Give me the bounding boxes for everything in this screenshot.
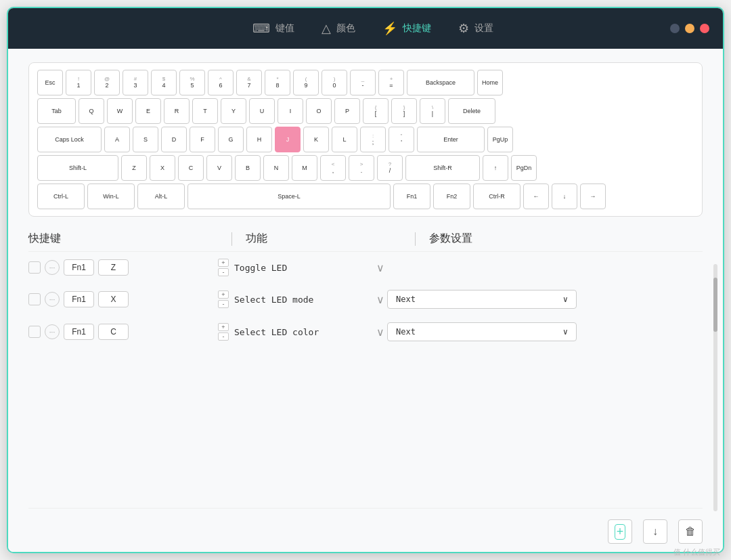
nav-item-shezhi[interactable]: ⚙ 设置 bbox=[458, 21, 493, 36]
key-shift-r[interactable]: Shift-R bbox=[405, 155, 480, 181]
key-ctrl-r[interactable]: Ctrl-R bbox=[473, 184, 520, 209]
key-w[interactable]: W bbox=[107, 98, 133, 124]
key-i[interactable]: I bbox=[278, 98, 303, 124]
key-z[interactable]: Z bbox=[121, 155, 147, 181]
key-b[interactable]: B bbox=[235, 155, 261, 181]
key-a[interactable]: A bbox=[104, 127, 130, 152]
shortcut-key-c[interactable]: C bbox=[98, 324, 129, 340]
key-capslock[interactable]: Caps Lock bbox=[37, 127, 102, 152]
nav-item-yanse[interactable]: △ 颜色 bbox=[322, 21, 355, 36]
key-up[interactable]: ↑ bbox=[483, 155, 508, 181]
key-l[interactable]: L bbox=[332, 127, 357, 152]
key-slash[interactable]: ?/ bbox=[377, 155, 403, 181]
shortcut-fn1-1[interactable]: Fn1 bbox=[64, 259, 94, 276]
key-n[interactable]: N bbox=[263, 155, 289, 181]
key-m[interactable]: M bbox=[292, 155, 317, 181]
key-shift-l[interactable]: Shift-L bbox=[37, 155, 118, 181]
shortcut-more-2[interactable]: ··· bbox=[45, 292, 60, 307]
nav-item-kuaijiejian[interactable]: ⚡ 快捷键 bbox=[382, 21, 431, 36]
key-minus[interactable]: _- bbox=[350, 70, 376, 95]
func-sub-3[interactable]: - bbox=[218, 332, 229, 341]
key-comma[interactable]: <, bbox=[320, 155, 346, 181]
key-6[interactable]: ^6 bbox=[208, 70, 234, 95]
shortcut-more-3[interactable]: ··· bbox=[45, 324, 60, 339]
key-t[interactable]: T bbox=[192, 98, 218, 124]
minimize-button[interactable] bbox=[685, 24, 694, 33]
key-s[interactable]: S bbox=[133, 127, 158, 152]
delete-button[interactable]: 🗑 bbox=[678, 519, 703, 544]
function-expand-3[interactable]: ∨ bbox=[374, 325, 387, 339]
key-backslash[interactable]: \| bbox=[420, 98, 445, 124]
key-4[interactable]: $4 bbox=[151, 70, 177, 95]
key-q[interactable]: Q bbox=[79, 98, 104, 124]
key-r[interactable]: R bbox=[164, 98, 190, 124]
shortcut-key-x[interactable]: X bbox=[98, 291, 129, 307]
nav-item-jiezhi[interactable]: ⌨ 键值 bbox=[252, 21, 294, 36]
func-add-3[interactable]: + bbox=[218, 323, 229, 331]
key-home[interactable]: Home bbox=[477, 70, 503, 95]
shortcut-fn1-3[interactable]: Fn1 bbox=[64, 324, 94, 340]
key-d[interactable]: D bbox=[161, 127, 187, 152]
func-add-2[interactable]: + bbox=[218, 290, 229, 299]
key-esc[interactable]: Esc bbox=[37, 70, 63, 95]
key-c[interactable]: C bbox=[178, 155, 204, 181]
key-e[interactable]: E bbox=[135, 98, 161, 124]
key-left[interactable]: ← bbox=[523, 184, 549, 209]
key-delete[interactable]: Delete bbox=[448, 98, 495, 124]
add-shortcut-button[interactable]: + bbox=[608, 519, 632, 544]
key-x[interactable]: X bbox=[150, 155, 175, 181]
key-space[interactable]: Space-L bbox=[187, 184, 391, 209]
key-lbracket[interactable]: {[ bbox=[363, 98, 389, 124]
key-tab[interactable]: Tab bbox=[37, 98, 76, 124]
scrollbar-thumb[interactable] bbox=[713, 278, 717, 332]
key-period[interactable]: >. bbox=[349, 155, 374, 181]
key-7[interactable]: &7 bbox=[236, 70, 262, 95]
key-1[interactable]: !1 bbox=[66, 70, 91, 95]
key-quote[interactable]: "' bbox=[389, 127, 414, 152]
key-alt-l[interactable]: Alt-L bbox=[137, 184, 185, 209]
key-pgup[interactable]: PgUp bbox=[487, 127, 513, 152]
key-2[interactable]: @2 bbox=[94, 70, 120, 95]
key-v[interactable]: V bbox=[206, 155, 232, 181]
key-k[interactable]: K bbox=[303, 127, 329, 152]
shortcut-fn1-2[interactable]: Fn1 bbox=[64, 291, 94, 307]
func-sub-1[interactable]: - bbox=[218, 268, 229, 276]
key-y[interactable]: Y bbox=[221, 98, 246, 124]
key-f[interactable]: F bbox=[190, 127, 215, 152]
key-enter[interactable]: Enter bbox=[417, 127, 485, 152]
key-g[interactable]: G bbox=[218, 127, 244, 152]
shortcut-key-z[interactable]: Z bbox=[98, 259, 129, 276]
download-button[interactable]: ↓ bbox=[643, 519, 667, 544]
key-9[interactable]: (9 bbox=[293, 70, 319, 95]
key-5[interactable]: %5 bbox=[179, 70, 205, 95]
shortcut-more-1[interactable]: ··· bbox=[45, 260, 60, 275]
function-expand-1[interactable]: ∨ bbox=[374, 261, 387, 274]
key-fn1[interactable]: Fn1 bbox=[393, 184, 430, 209]
shortcut-checkbox-3[interactable] bbox=[28, 326, 41, 338]
shortcut-checkbox-2[interactable] bbox=[28, 293, 41, 305]
key-pgdn[interactable]: PgDn bbox=[511, 155, 537, 181]
key-rbracket[interactable]: }] bbox=[391, 98, 417, 124]
key-win-l[interactable]: Win-L bbox=[87, 184, 135, 209]
key-ctrl-l[interactable]: Ctrl-L bbox=[37, 184, 85, 209]
key-fn2[interactable]: Fn2 bbox=[433, 184, 470, 209]
close-button[interactable] bbox=[700, 24, 709, 33]
shortcut-checkbox-1[interactable] bbox=[28, 261, 41, 274]
key-3[interactable]: #3 bbox=[123, 70, 148, 95]
key-u[interactable]: U bbox=[249, 98, 275, 124]
key-0[interactable]: )0 bbox=[322, 70, 347, 95]
function-expand-2[interactable]: ∨ bbox=[374, 293, 387, 306]
key-p[interactable]: P bbox=[334, 98, 360, 124]
param-select-3[interactable]: Next ∨ bbox=[387, 322, 577, 341]
key-j[interactable]: J bbox=[275, 127, 301, 152]
key-right[interactable]: → bbox=[580, 184, 606, 209]
func-sub-2[interactable]: - bbox=[218, 300, 229, 308]
key-equals[interactable]: += bbox=[378, 70, 404, 95]
param-select-2[interactable]: Next ∨ bbox=[387, 290, 577, 309]
key-o[interactable]: O bbox=[306, 98, 332, 124]
menu-button[interactable] bbox=[670, 24, 680, 33]
key-8[interactable]: *8 bbox=[265, 70, 290, 95]
key-backspace[interactable]: Backspace bbox=[407, 70, 474, 95]
key-down[interactable]: ↓ bbox=[552, 184, 577, 209]
func-add-1[interactable]: + bbox=[218, 259, 229, 267]
